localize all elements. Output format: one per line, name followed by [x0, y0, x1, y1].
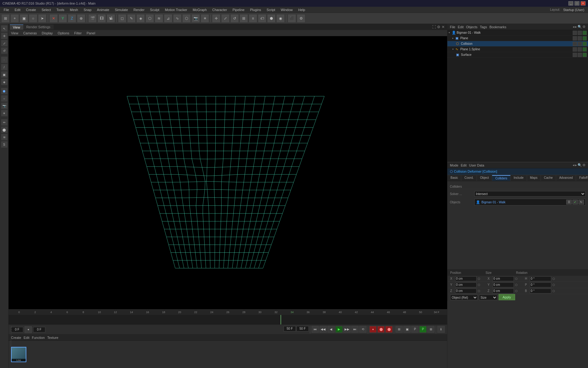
menu-character[interactable]: Character — [210, 7, 229, 12]
props-tab-object[interactable]: Object — [477, 175, 492, 181]
fps-input[interactable] — [296, 326, 309, 332]
psr-size-x-input[interactable] — [492, 276, 514, 281]
menu-create[interactable]: Create — [24, 7, 39, 12]
toolbar-deform-btn[interactable]: ⬡ — [182, 14, 191, 23]
toolbar-render2-btn[interactable]: 📽 — [107, 14, 115, 23]
objmgr-menu-edit[interactable]: Edit — [458, 25, 464, 29]
coord-system-select[interactable]: Object (Rel) World Object (Abs) — [450, 295, 478, 300]
toolbar-move-btn[interactable]: ✛ — [212, 14, 221, 23]
menu-script[interactable]: Script — [264, 7, 278, 12]
menu-plugins[interactable]: Plugins — [247, 7, 263, 12]
toolbar-y-btn[interactable]: Y — [58, 14, 67, 23]
toolbar-circle-btn[interactable]: ○ — [29, 14, 37, 23]
menu-mograph[interactable]: MoGraph — [190, 7, 209, 12]
obj-check-2[interactable] — [578, 36, 582, 40]
autokey-btn[interactable]: ⬤ — [377, 326, 385, 333]
props-nav-right-icon[interactable]: ▸ — [575, 163, 577, 167]
props-tab-colliders[interactable]: Colliders — [492, 175, 511, 181]
expand-arrow[interactable]: ▸ — [452, 37, 455, 40]
viewport-maximize-icon[interactable]: ⛶ — [432, 25, 436, 29]
props-menu-mode[interactable]: Mode — [450, 163, 458, 167]
left-poly-btn[interactable]: ▣ — [1, 71, 8, 78]
menu-motiontracker[interactable]: Motion Tracker — [162, 7, 190, 12]
props-tab-maps[interactable]: Maps — [527, 175, 541, 181]
psr-pos-y-input[interactable] — [455, 282, 477, 287]
menu-render[interactable]: Render — [131, 7, 147, 12]
bottom-menu-texture[interactable]: Texture — [47, 336, 58, 339]
props-tab-cache[interactable]: Cache — [541, 175, 556, 181]
left-brush-btn[interactable]: ⬤ — [1, 126, 8, 133]
left-camera-btn[interactable]: 📷 — [1, 102, 8, 109]
left-select-btn[interactable]: ↖ — [1, 25, 8, 32]
props-tab-coord[interactable]: Coord. — [461, 175, 477, 181]
apply-button[interactable]: Apply — [499, 294, 515, 300]
menu-pipeline[interactable]: Pipeline — [230, 7, 247, 12]
loop-btn[interactable]: ⟲ — [359, 326, 367, 333]
toolbar-mat-btn[interactable]: ◉ — [276, 14, 285, 23]
obj-refresh-btn[interactable]: ↻ — [579, 200, 584, 205]
obj-check-2[interactable] — [578, 47, 582, 52]
psr-size-z-input[interactable] — [492, 289, 514, 293]
obj-check-3[interactable] — [582, 36, 587, 40]
play-forward-btn[interactable]: ▶▶ — [343, 326, 351, 333]
vp-menu-display[interactable]: Display — [42, 31, 53, 35]
obj-check-1[interactable] — [573, 42, 577, 46]
obj-check-2[interactable] — [578, 31, 582, 35]
props-menu-edit[interactable]: Edit — [461, 163, 467, 167]
toolbar-model-btn[interactable]: ⊞ — [1, 14, 10, 23]
toolbar-knife-btn[interactable]: ⊿ — [164, 14, 172, 23]
menu-tools[interactable]: Tools — [54, 7, 67, 12]
viewport-close-icon[interactable]: ✕ — [442, 25, 445, 29]
key-btn[interactable]: ⬤ — [385, 326, 393, 333]
record-btn[interactable]: ● — [369, 326, 377, 333]
bottom-menu-function[interactable]: Function — [32, 336, 45, 339]
viewport-config-icon[interactable]: ⚙ — [437, 25, 440, 29]
menu-edit[interactable]: Edit — [12, 7, 23, 12]
left-light-btn[interactable]: ☀ — [1, 110, 8, 117]
menu-sculpt[interactable]: Sculpt — [148, 7, 162, 12]
current-frame-input[interactable] — [11, 327, 23, 332]
toolbar-light-btn[interactable]: ☀ — [201, 14, 209, 23]
toolbar-frame-btn[interactable]: 🎬 — [88, 14, 97, 23]
objmgr-nav-left-icon[interactable]: ◂ — [573, 25, 575, 29]
timeline-bar[interactable] — [9, 315, 447, 324]
material-swatch[interactable]: Line — [11, 347, 26, 362]
left-uv-btn[interactable]: ◈ — [1, 79, 8, 85]
minimize-button[interactable]: _ — [568, 1, 573, 6]
obj-check-1[interactable] — [573, 36, 577, 40]
psr-rot-b-input[interactable] — [530, 289, 551, 293]
props-search-icon[interactable]: 🔍 — [578, 163, 582, 167]
motion-btn[interactable]: ▣ — [403, 326, 411, 333]
props-settings-icon[interactable]: ⚙ — [582, 163, 586, 167]
obj-check-2[interactable] — [578, 42, 582, 46]
play-btn[interactable]: ▶ — [335, 326, 343, 333]
vp-menu-filter[interactable]: Filter — [74, 31, 81, 35]
vp-menu-options[interactable]: Options — [58, 31, 69, 35]
objmgr-menu-bookmarks[interactable]: Bookmarks — [489, 25, 506, 29]
toolbar-render1-btn[interactable]: 🎞 — [97, 14, 106, 23]
obj-row-collision[interactable]: ⬡ Collision — [447, 41, 588, 47]
obj-drag-btn[interactable]: ☰ — [566, 200, 572, 205]
obj-row-spline[interactable]: ▾ ∿ Plane 1.Spline — [447, 47, 588, 52]
toolbar-scale-btn[interactable]: ⤢ — [221, 14, 230, 23]
layout-preset[interactable]: Startup (User) — [561, 7, 587, 12]
goto-start-btn[interactable]: ⏮ — [311, 326, 319, 333]
objmgr-menu-objects[interactable]: Objects — [466, 25, 477, 29]
viewport[interactable] — [9, 36, 447, 309]
toolbar-tag-btn[interactable]: 🏷 — [258, 14, 266, 23]
timeline-btn[interactable]: ⊞ — [395, 326, 403, 333]
left-sculpt-btn[interactable]: S — [1, 141, 8, 148]
3d-viewport-canvas[interactable] — [9, 36, 447, 309]
toolbar-camera-btn[interactable]: 📷 — [191, 14, 200, 23]
obj-check-1[interactable] — [573, 47, 577, 52]
props-nav-left-icon[interactable]: ◂ — [573, 163, 575, 167]
menu-animate[interactable]: Animate — [95, 7, 112, 12]
param-btn[interactable]: P — [411, 326, 419, 333]
obj-clear-btn[interactable]: ✓ — [572, 200, 578, 205]
obj-check-1[interactable] — [573, 53, 577, 57]
psr-rot-p-input[interactable] — [530, 282, 551, 287]
toolbar-cube-btn[interactable]: ◻ — [118, 14, 126, 23]
vp-menu-cameras[interactable]: Cameras — [23, 31, 37, 35]
toolbar-x-btn[interactable]: ✕ — [49, 14, 58, 23]
left-pen-btn[interactable]: ✏ — [1, 119, 8, 126]
